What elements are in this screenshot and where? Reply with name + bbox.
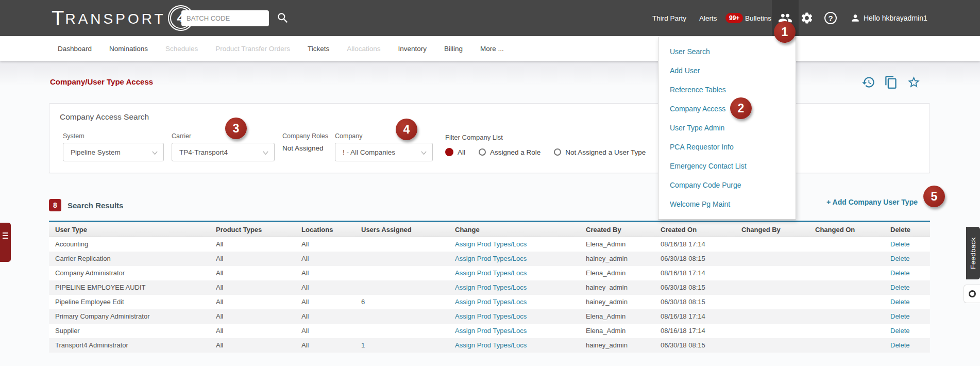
created-on-cell: 08/16/18 17:14: [654, 266, 735, 280]
user-type-cell: Pipeline Employee Edit: [49, 295, 210, 309]
changed-by-cell: [735, 338, 809, 353]
user-type-cell: Transport4 Administrator: [49, 338, 210, 353]
batch-code-search-input[interactable]: [181, 10, 269, 26]
table-row: Primary Company AdministratorAllAllAssig…: [49, 309, 930, 324]
nav-item-allocations: Allocations: [344, 45, 383, 53]
table-row: Company AdministratorAllAllAssign Prod T…: [49, 266, 930, 280]
settings-gear-icon[interactable]: [800, 11, 814, 25]
chevron-down-icon: [420, 149, 427, 156]
page-title: Company/User Type Access: [50, 77, 153, 86]
locations-cell: All: [295, 280, 355, 295]
filter-radio-all[interactable]: All: [445, 148, 465, 156]
copy-pages-icon[interactable]: [884, 75, 898, 89]
column-header-locations: Locations: [295, 222, 355, 237]
add-company-user-type-link[interactable]: + Add Company User Type: [826, 198, 918, 206]
nav-item-more[interactable]: More ...: [478, 45, 506, 53]
nav-item-billing[interactable]: Billing: [442, 45, 465, 53]
created-on-cell: 08/16/18 17:14: [654, 237, 735, 252]
delete-link[interactable]: Delete: [890, 269, 910, 277]
feedback-tab[interactable]: Feedback: [966, 227, 980, 279]
users-assigned-cell: 1: [355, 338, 449, 353]
locations-cell: All: [295, 338, 355, 353]
nav-item-schedules: Schedules: [163, 45, 200, 53]
assign-prod-types-locs-link[interactable]: Assign Prod Types/Locs: [455, 255, 527, 262]
transport4-logo[interactable]: TRANSPORT 4: [52, 6, 192, 30]
nav-item-dashboard[interactable]: Dashboard: [55, 45, 94, 53]
favorite-star-icon[interactable]: [907, 75, 921, 89]
panel-title: Company Access Search: [60, 112, 149, 122]
user-type-cell: Primary Company Administrator: [49, 309, 210, 324]
accessibility-button[interactable]: [964, 285, 980, 303]
changed-by-cell: [735, 266, 809, 280]
delete-link[interactable]: Delete: [890, 312, 910, 320]
column-header-changed-by: Changed By: [735, 222, 809, 237]
menu-item-welcome-pg-maint[interactable]: Welcome Pg Maint: [658, 195, 796, 214]
carrier-select[interactable]: TP4-Transport4: [172, 143, 275, 161]
menu-item-emergency-contact-list[interactable]: Emergency Contact List: [658, 157, 796, 176]
assign-prod-types-locs-link[interactable]: Assign Prod Types/Locs: [455, 341, 527, 349]
nav-item-nominations[interactable]: Nominations: [107, 45, 150, 53]
table-header: User TypeProduct TypesLocationsUsers Ass…: [49, 222, 930, 237]
menu-item-user-search[interactable]: User Search: [658, 42, 796, 61]
nav-item-inventory[interactable]: Inventory: [396, 45, 430, 53]
chevron-down-icon: [151, 149, 158, 156]
menu-item-company-access[interactable]: Company Access: [658, 99, 796, 119]
company-roles-value: Not Assigned: [282, 144, 328, 152]
users-assigned-cell: [355, 280, 449, 295]
delete-link[interactable]: Delete: [890, 240, 910, 248]
assign-prod-types-locs-link[interactable]: Assign Prod Types/Locs: [455, 312, 527, 320]
nav-item-product-transfer-orders: Product Transfer Orders: [213, 45, 293, 53]
menu-item-reference-tables[interactable]: Reference Tables: [658, 80, 796, 99]
history-icon[interactable]: [861, 75, 875, 89]
carrier-label: Carrier: [172, 132, 275, 140]
search-icon[interactable]: [276, 11, 290, 25]
user-greeting[interactable]: Hello hkbrayadmin1: [850, 0, 927, 36]
changed-by-cell: [735, 237, 809, 252]
delete-link[interactable]: Delete: [890, 284, 910, 291]
filter-radio-not-assigned-a-user-type[interactable]: Not Assigned a User Type: [554, 148, 646, 156]
changed-on-cell: [809, 338, 884, 353]
assign-prod-types-locs-link[interactable]: Assign Prod Types/Locs: [455, 269, 527, 277]
column-header-users-assigned: Users Assigned: [355, 222, 449, 237]
page-quick-actions: [861, 75, 921, 89]
users-assigned-cell: [355, 237, 449, 252]
third-party-link[interactable]: Third Party: [652, 0, 686, 36]
created-by-cell: hainey_admin: [580, 295, 654, 309]
system-select[interactable]: Pipeline System: [63, 143, 164, 161]
nav-item-tickets[interactable]: Tickets: [305, 45, 332, 53]
results-title: Search Results: [67, 201, 123, 210]
changed-on-cell: [809, 324, 884, 338]
alerts-link[interactable]: Alerts: [699, 0, 717, 36]
bulletins-link[interactable]: Bulletins: [745, 0, 771, 36]
delete-link[interactable]: Delete: [890, 327, 910, 335]
created-on-cell: 08/16/18 17:14: [654, 324, 735, 338]
radio-icon: [479, 148, 486, 156]
menu-item-pca-requestor-info[interactable]: PCA Requestor Info: [658, 138, 796, 157]
table-row: AccountingAllAllAssign Prod Types/LocsEl…: [49, 237, 930, 252]
delete-link[interactable]: Delete: [890, 255, 910, 262]
assign-prod-types-locs-link[interactable]: Assign Prod Types/Locs: [455, 298, 527, 306]
filter-radio-assigned-a-role[interactable]: Assigned a Role: [479, 148, 540, 156]
column-header-product-types: Product Types: [210, 222, 295, 237]
menu-item-add-user[interactable]: Add User: [658, 61, 796, 80]
created-by-cell: hainey_admin: [580, 280, 654, 295]
annotation-circle-3: 3: [225, 118, 247, 139]
assign-prod-types-locs-link[interactable]: Assign Prod Types/Locs: [455, 327, 527, 335]
assign-prod-types-locs-link[interactable]: Assign Prod Types/Locs: [455, 284, 527, 291]
created-on-cell: 08/16/18 17:14: [654, 309, 735, 324]
menu-item-company-code-purge[interactable]: Company Code Purge: [658, 176, 796, 195]
delete-link[interactable]: Delete: [890, 298, 910, 306]
bulletins-count-badge: 99+: [725, 0, 743, 36]
menu-item-user-type-admin[interactable]: User Type Admin: [658, 119, 796, 138]
created-by-cell: Elena_Admin: [580, 309, 654, 324]
side-menu-flag[interactable]: [0, 223, 11, 262]
system-label: System: [63, 132, 164, 140]
created-by-cell: hainey_admin: [580, 252, 654, 266]
help-icon[interactable]: ?: [824, 12, 837, 24]
product-types-cell: All: [210, 295, 295, 309]
delete-link[interactable]: Delete: [890, 341, 910, 349]
column-header-change: Change: [449, 222, 580, 237]
locations-cell: All: [295, 324, 355, 338]
company-select[interactable]: ! - All Companies: [335, 143, 433, 161]
assign-prod-types-locs-link[interactable]: Assign Prod Types/Locs: [455, 240, 527, 248]
